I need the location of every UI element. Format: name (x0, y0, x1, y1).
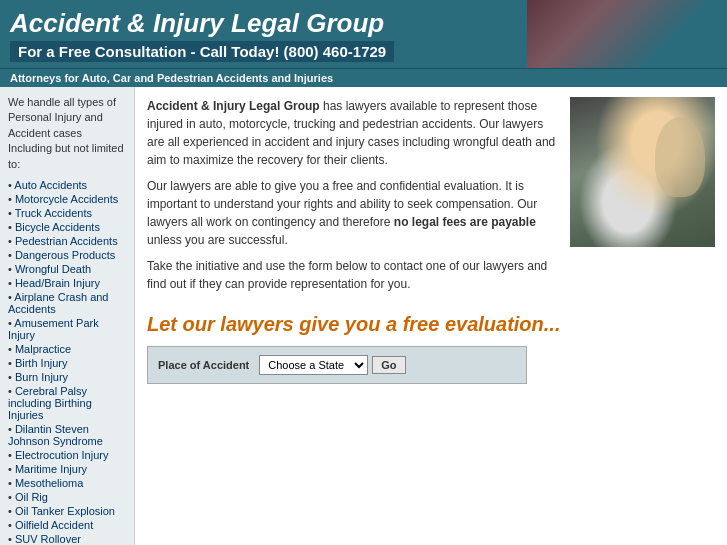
list-item: Oilfield Accident (8, 518, 126, 532)
list-item: SUV Rollover (8, 532, 126, 545)
hero-image (570, 97, 715, 247)
list-item: Malpractice (8, 342, 126, 356)
page-header: Accident & Injury Legal Group For a Free… (0, 0, 727, 68)
list-item: Electrocution Injury (8, 448, 126, 462)
list-item: Head/Brain Injury (8, 276, 126, 290)
list-item: Oil Tanker Explosion (8, 504, 126, 518)
sidebar: We handle all types of Personal Injury a… (0, 87, 135, 545)
list-item: Wrongful Death (8, 262, 126, 276)
list-item: Dilantin Steven Johnson Syndrome (8, 422, 126, 448)
list-item: Maritime Injury (8, 462, 126, 476)
go-button[interactable]: Go (372, 356, 405, 374)
paragraph-1: Accident & Injury Legal Group has lawyer… (147, 97, 560, 169)
form-label: Place of Accident (158, 359, 249, 371)
list-item: Truck Accidents (8, 206, 126, 220)
main-content: Accident & Injury Legal Group has lawyer… (135, 87, 727, 545)
list-item: Bicycle Accidents (8, 220, 126, 234)
list-item: Airplane Crash and Accidents (8, 290, 126, 316)
list-item: Oil Rig (8, 490, 126, 504)
list-item: Birth Injury (8, 356, 126, 370)
list-item: Cerebral Palsy including Birthing Injuri… (8, 384, 126, 422)
no-legal-fees: no legal fees are payable (394, 215, 536, 229)
list-item: Burn Injury (8, 370, 126, 384)
list-item: Pedestrian Accidents (8, 234, 126, 248)
practice-areas-list: Auto AccidentsMotorcycle AccidentsTruck … (8, 178, 126, 545)
list-item: Dangerous Products (8, 248, 126, 262)
contact-form: Place of Accident Choose a StateAlabamaA… (147, 346, 527, 384)
paragraph-2: Our lawyers are able to give you a free … (147, 177, 560, 249)
brand-name: Accident & Injury Legal Group (147, 99, 320, 113)
sidebar-intro: We handle all types of Personal Injury a… (8, 95, 126, 172)
list-item: Auto Accidents (8, 178, 126, 192)
content-text: Accident & Injury Legal Group has lawyer… (147, 97, 560, 301)
state-select[interactable]: Choose a StateAlabamaAlaskaArizonaArkans… (259, 355, 368, 375)
paragraph-3: Take the initiative and use the form bel… (147, 257, 560, 293)
cta-text: Let our lawyers give you a free evaluati… (147, 313, 715, 336)
list-item: Amusement Park Injury (8, 316, 126, 342)
list-item: Mesothelioma (8, 476, 126, 490)
tagline-bar: Attorneys for Auto, Car and Pedestrian A… (0, 68, 727, 87)
phone-banner[interactable]: For a Free Consultation - Call Today! (8… (10, 41, 394, 62)
main-layout: We handle all types of Personal Injury a… (0, 87, 727, 545)
list-item: Motorcycle Accidents (8, 192, 126, 206)
content-top: Accident & Injury Legal Group has lawyer… (147, 97, 715, 301)
site-title: Accident & Injury Legal Group (10, 8, 717, 39)
paragraph-2-end: unless you are successful. (147, 233, 288, 247)
